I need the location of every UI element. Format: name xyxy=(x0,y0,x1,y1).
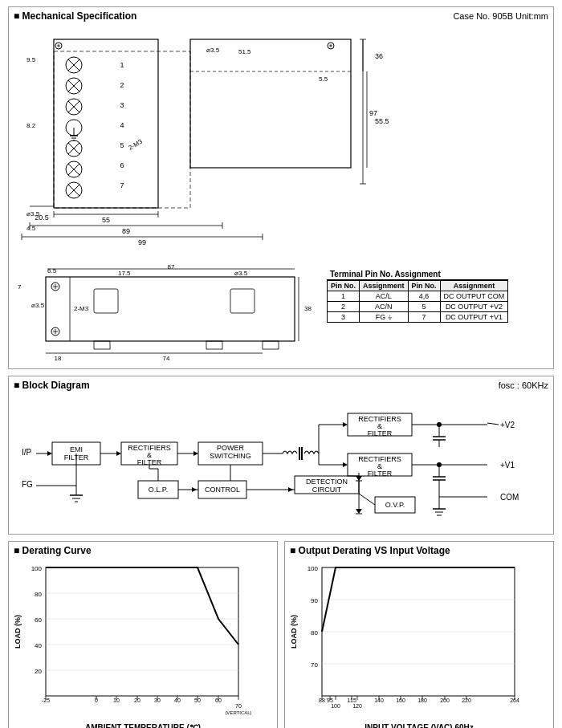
svg-text:99: 99 xyxy=(138,238,146,246)
svg-text:36: 36 xyxy=(375,52,383,60)
svg-rect-185 xyxy=(46,567,238,696)
case-info: Case No. 905B Unit:mm xyxy=(453,11,548,21)
block-title: Block Diagram xyxy=(14,380,90,391)
svg-rect-80 xyxy=(94,341,110,349)
terminal-row: 2AC/N5DC OUTPUT +V2 xyxy=(328,302,508,312)
derating-row: Derating Curve 100 80 60 40 20 -25 xyxy=(8,541,554,728)
svg-text:⌀3.5: ⌀3.5 xyxy=(206,47,220,54)
svg-text:97: 97 xyxy=(369,109,377,117)
mech-top-drawing: 1 2 3 4 5 6 7 xyxy=(14,23,560,256)
svg-text:LOAD (%): LOAD (%) xyxy=(290,615,298,649)
svg-marker-166 xyxy=(192,487,197,492)
svg-text:100: 100 xyxy=(331,703,340,709)
block-diagram-svg: I/P EMI FILTER RECTIFIERS & FILTER POWER… xyxy=(14,392,544,529)
terminal-table: Pin No. Assignment Pin No. Assignment 1A… xyxy=(327,280,508,323)
svg-text:1: 1 xyxy=(120,61,124,69)
svg-marker-98 xyxy=(47,451,52,456)
terminal-row: 1AC/L4,6DC OUTPUT COM xyxy=(328,291,508,302)
mech-bottom-drawing: 2-M3 ⌀3.5 ⌀3.5 6.5 87 7 17.5 18 xyxy=(14,261,319,365)
svg-text:55.5: 55.5 xyxy=(375,117,389,125)
output-derating-section: Output Derating VS Input Voltage 100 90 … xyxy=(284,541,554,728)
svg-text:SWITCHING: SWITCHING xyxy=(210,452,251,460)
output-derating-chart: 100 90 80 70 88 95 100 115 120 140 160 1… xyxy=(290,559,531,720)
svg-text:20: 20 xyxy=(35,668,42,675)
svg-text:55: 55 xyxy=(102,216,110,224)
svg-text:(VERTICAL): (VERTICAL) xyxy=(225,710,251,715)
svg-marker-175 xyxy=(356,476,362,481)
svg-text:7: 7 xyxy=(120,181,124,189)
th-assignment2: Assignment xyxy=(440,281,508,291)
fosc-label: fosc : 60KHz xyxy=(499,380,548,390)
svg-rect-82 xyxy=(263,341,279,349)
svg-rect-0 xyxy=(54,39,158,208)
svg-text:⌀3.5: ⌀3.5 xyxy=(234,270,248,277)
derating-title: Derating Curve xyxy=(14,545,272,556)
svg-text:90: 90 xyxy=(311,597,318,604)
svg-marker-124 xyxy=(343,422,348,427)
block-diagram-section: Block Diagram fosc : 60KHz I/P EMI FILTE… xyxy=(8,376,554,535)
output-derating-title: Output Derating VS Input Voltage xyxy=(290,545,548,556)
th-pin2: Pin No. xyxy=(408,281,440,291)
svg-text:3: 3 xyxy=(120,101,124,109)
svg-text:70: 70 xyxy=(235,703,242,709)
svg-text:80: 80 xyxy=(35,591,42,598)
svg-marker-103 xyxy=(116,451,121,456)
svg-marker-173 xyxy=(288,487,293,492)
svg-rect-78 xyxy=(94,289,118,313)
mech-title: Mechanical Specification xyxy=(14,10,136,22)
svg-text:+V2: +V2 xyxy=(500,421,515,429)
terminal-table-area: Terminal Pin No. Assignment Pin No. Assi… xyxy=(327,269,508,365)
svg-text:EMI: EMI xyxy=(70,445,83,453)
svg-text:+V1: +V1 xyxy=(500,461,515,470)
svg-text:74: 74 xyxy=(163,355,170,362)
svg-text:60: 60 xyxy=(35,616,42,624)
ip-label: I/P xyxy=(22,448,32,457)
svg-text:CIRCUIT: CIRCUIT xyxy=(312,486,342,494)
svg-text:100: 100 xyxy=(307,565,319,572)
svg-text:9.5: 9.5 xyxy=(26,56,36,63)
svg-text:2-M3: 2-M3 xyxy=(128,138,145,152)
th-pin: Pin No. xyxy=(328,281,360,291)
svg-text:40: 40 xyxy=(35,642,42,649)
svg-text:⌀3.5: ⌀3.5 xyxy=(26,210,40,218)
svg-text:O.L.P.: O.L.P. xyxy=(149,486,168,494)
svg-text:DETECTION: DETECTION xyxy=(306,478,348,486)
svg-text:8.2: 8.2 xyxy=(26,122,36,129)
derating-x-label: AMBIENT TEMPERATURE (℃) xyxy=(14,723,272,728)
svg-text:6.5: 6.5 xyxy=(47,267,57,275)
svg-line-132 xyxy=(487,423,499,425)
svg-text:89: 89 xyxy=(122,227,130,235)
svg-text:COM: COM xyxy=(500,493,519,502)
svg-text:2-M3: 2-M3 xyxy=(74,305,89,312)
svg-line-181 xyxy=(359,494,375,505)
svg-text:4: 4 xyxy=(120,121,124,129)
svg-text:4.5: 4.5 xyxy=(26,225,36,232)
output-derating-x-label: INPUT VOLTAGE (VAC) 60Hz xyxy=(290,723,548,728)
svg-text:5: 5 xyxy=(120,141,124,149)
svg-text:LOAD (%): LOAD (%) xyxy=(14,615,22,649)
svg-text:O.V.P.: O.V.P. xyxy=(385,501,405,509)
svg-marker-140 xyxy=(343,462,348,467)
svg-rect-81 xyxy=(206,341,222,349)
svg-marker-109 xyxy=(193,451,198,456)
terminal-row: 3FG ⏚7DC OUTPUT +V1 xyxy=(328,312,508,323)
svg-text:87: 87 xyxy=(168,263,175,270)
svg-text:6: 6 xyxy=(120,161,124,169)
svg-text:70: 70 xyxy=(311,661,318,669)
svg-text:CONTROL: CONTROL xyxy=(205,486,240,494)
svg-text:5.5: 5.5 xyxy=(319,75,328,83)
derating-curve-section: Derating Curve 100 80 60 40 20 -25 xyxy=(8,541,278,728)
svg-text:120: 120 xyxy=(352,703,362,709)
terminal-table-title: Terminal Pin No. Assignment xyxy=(327,269,508,280)
svg-text:38: 38 xyxy=(304,305,312,312)
svg-text:FILTER: FILTER xyxy=(368,470,393,478)
svg-text:80: 80 xyxy=(311,629,318,636)
svg-text:100: 100 xyxy=(31,565,43,572)
fg-label: FG xyxy=(22,480,33,489)
svg-text:2: 2 xyxy=(120,81,124,89)
page: Mechanical Specification Case No. 905B U… xyxy=(0,0,562,728)
mechanical-section: Mechanical Specification Case No. 905B U… xyxy=(8,6,554,369)
svg-text:POWER: POWER xyxy=(217,444,245,452)
svg-text:51.5: 51.5 xyxy=(238,48,251,55)
th-assignment: Assignment xyxy=(360,281,409,291)
